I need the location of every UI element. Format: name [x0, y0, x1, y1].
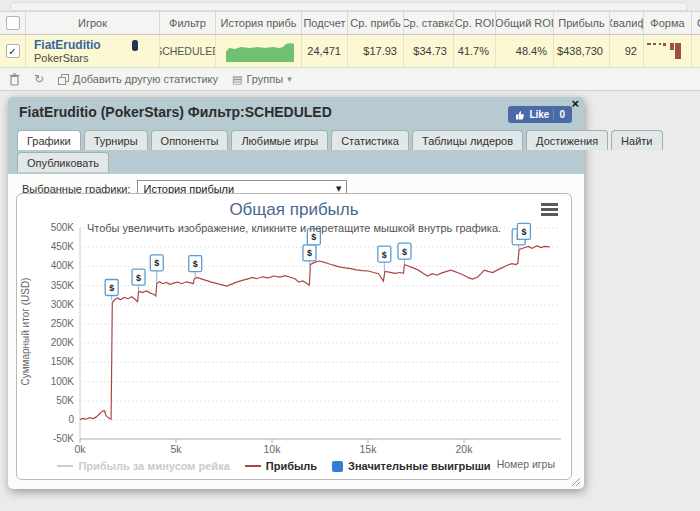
svg-text:450K: 450K	[51, 241, 75, 252]
column-header-Фильтр: Фильтр	[160, 12, 216, 34]
profit-chart-svg[interactable]: 500K450K400K350K300K250K200K150K100K50K0…	[17, 194, 571, 479]
tab-Турниры[interactable]: Турниры	[84, 130, 148, 150]
tab-Графики[interactable]: Графики	[17, 130, 81, 150]
trash-icon	[9, 73, 20, 86]
significant-win-flag: $	[398, 243, 411, 259]
resize-grip[interactable]	[570, 476, 581, 487]
column-header-Ср. прибь: Ср. прибь	[348, 12, 404, 34]
svg-text:100K: 100K	[51, 376, 75, 387]
column-header-Игрок: Игрок	[26, 12, 160, 34]
player-site: PokerStars	[34, 52, 88, 65]
significant-win-flag: $	[378, 246, 391, 262]
significant-win-flag: $	[105, 280, 118, 296]
svg-text:-50K: -50K	[53, 433, 74, 444]
filter-cell: SCHEDULED	[160, 35, 216, 67]
tab-Достижения[interactable]: Достижения	[526, 130, 608, 150]
svg-text:15k: 15k	[360, 443, 378, 455]
svg-text:$: $	[154, 258, 159, 268]
svg-text:$: $	[193, 259, 198, 269]
note-icon	[131, 39, 139, 54]
tab-bar: ГрафикиТурнирыОппонентыЛюбимые игрыСтати…	[17, 130, 577, 174]
count-cell: 24,471	[302, 35, 348, 67]
svg-text:200K: 200K	[51, 337, 75, 348]
svg-text:350K: 350K	[51, 280, 75, 291]
chart-subtitle: Чтобы увеличить изображение, кликните и …	[17, 222, 571, 234]
form-cell	[644, 35, 692, 67]
column-header-Прибыль: Прибыль	[554, 12, 610, 34]
svg-text:250K: 250K	[51, 318, 75, 329]
qualify-cell: 92	[610, 35, 644, 67]
svg-text:$: $	[109, 283, 114, 293]
row-checkbox[interactable]: ✓	[6, 44, 20, 58]
legend-item-series[interactable]: Прибыль за минусом рейка	[57, 460, 229, 472]
profit-sparkline	[223, 38, 295, 64]
facebook-like-button[interactable]: Like 0	[508, 106, 572, 123]
tab-row-2: Опубликовать	[17, 152, 577, 172]
tab-Таблицы лидеров[interactable]: Таблицы лидеров	[412, 130, 523, 150]
legend-item-flags[interactable]: Значительные выигрыши	[332, 460, 491, 472]
svg-text:0k: 0k	[74, 443, 86, 455]
significant-win-flag: $	[189, 256, 202, 272]
legend-line-marker	[245, 465, 261, 467]
profit-chart-panel[interactable]: 500K450K400K350K300K250K200K150K100K50K0…	[16, 193, 572, 480]
legend-label: Прибыль	[266, 460, 317, 472]
popup-title: FiatEruditio (PokerStars) Фильтр:SCHEDUL…	[19, 104, 332, 120]
legend-line-marker	[57, 465, 73, 467]
legend-item-series[interactable]: Прибыль	[245, 460, 317, 472]
like-count: 0	[553, 109, 565, 120]
table-toolbar: ↻ Добавить другую статистику ▤ Группы ▾	[0, 68, 700, 90]
caret-down-icon: ▾	[287, 74, 292, 84]
popup-content: Выбранные графики: История прибыли ▼ 500…	[8, 174, 584, 489]
svg-text:50K: 50K	[56, 395, 74, 406]
player-link[interactable]: FiatEruditio	[34, 38, 101, 52]
svg-text:150K: 150K	[51, 356, 75, 367]
cropped-panel-edge	[10, 2, 688, 11]
player-cell: FiatEruditio PokerStars	[26, 35, 160, 67]
page: ИгрокФильтрИстория прибьПодсчетСр. прибь…	[0, 0, 700, 511]
like-label: Like	[529, 109, 549, 120]
y-axis-title: Суммарный итог (USD)	[20, 277, 31, 387]
stats-table: ИгрокФильтрИстория прибьПодсчетСр. прибь…	[0, 11, 700, 91]
svg-text:10k: 10k	[264, 443, 282, 455]
legend-label: Прибыль за минусом рейка	[78, 460, 229, 472]
svg-text:$: $	[136, 273, 141, 283]
x-axis-title: Номер игры	[497, 458, 555, 470]
svg-text:300K: 300K	[51, 299, 75, 310]
total-roi-cell: 48.4%	[496, 35, 554, 67]
add-stat-button[interactable]: Добавить другую статистику	[58, 73, 218, 85]
column-header-Общий ROI: Общий ROI	[496, 12, 554, 34]
table-row: ✓ FiatEruditio PokerStars SCHEDULED 24,4…	[0, 35, 700, 68]
profit-history-cell[interactable]	[216, 35, 302, 67]
close-icon[interactable]: ×	[571, 97, 579, 111]
svg-text:20k: 20k	[456, 443, 474, 455]
groups-icon: ▤	[232, 73, 242, 86]
column-header-Ср. ставка: Ср. ставка	[404, 12, 454, 34]
refresh-button[interactable]: ↻	[34, 72, 44, 86]
header-checkbox[interactable]	[6, 16, 20, 30]
form-sparkline	[646, 41, 690, 61]
column-header-Подсчет: Подсчет	[302, 12, 348, 34]
tab-Найти[interactable]: Найти	[611, 130, 662, 150]
select-caret-icon: ▼	[336, 185, 341, 193]
tab-row-1: ГрафикиТурнирыОппонентыЛюбимые игрыСтати…	[17, 130, 577, 150]
significant-win-flag: $	[150, 255, 163, 271]
chart-menu-icon[interactable]	[541, 203, 558, 218]
tab-Оппоненты[interactable]: Оппоненты	[151, 130, 229, 150]
groups-button[interactable]: ▤ Группы ▾	[232, 73, 292, 86]
column-header-Квалиф: Квалиф	[610, 12, 644, 34]
row-checkbox-cell: ✓	[0, 35, 26, 67]
svg-text:0: 0	[68, 414, 74, 425]
avg-stake-cell: $34.73	[404, 35, 454, 67]
tab-Опубликовать[interactable]: Опубликовать	[17, 152, 109, 172]
profit-cell: $438,730	[554, 35, 610, 67]
significant-win-flag: $	[132, 269, 145, 285]
column-header-Об: Об	[692, 12, 700, 34]
svg-text:400K: 400K	[51, 260, 75, 271]
player-popup: FiatEruditio (PokerStars) Фильтр:SCHEDUL…	[8, 97, 584, 489]
tab-Любимые игры[interactable]: Любимые игры	[231, 130, 328, 150]
avg-roi-cell: 41.7%	[454, 35, 496, 67]
tab-Статистика[interactable]: Статистика	[331, 130, 409, 150]
column-header-Ср. ROI: Ср. ROI	[454, 12, 496, 34]
column-header-История прибь: История прибь	[216, 12, 302, 34]
delete-button[interactable]	[9, 73, 20, 86]
